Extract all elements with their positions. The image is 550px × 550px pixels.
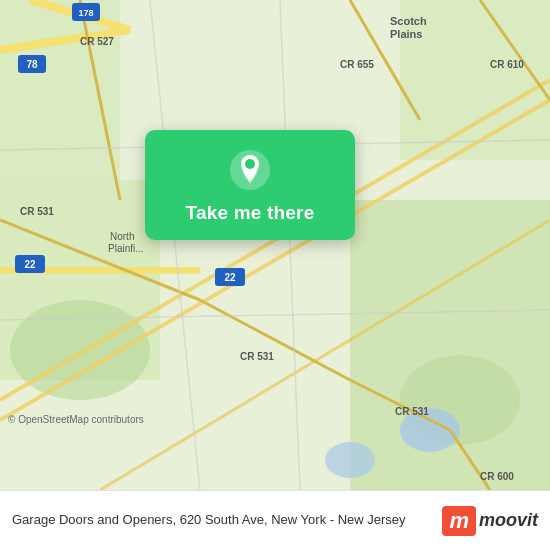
footer: Garage Doors and Openers, 620 South Ave,… bbox=[0, 490, 550, 550]
moovit-logo: m moovit bbox=[442, 506, 538, 536]
svg-text:Plains: Plains bbox=[390, 28, 422, 40]
svg-text:CR 531: CR 531 bbox=[240, 351, 274, 362]
svg-text:22: 22 bbox=[224, 272, 236, 283]
location-pin-icon bbox=[228, 148, 272, 192]
svg-text:CR 600: CR 600 bbox=[480, 471, 514, 482]
svg-rect-1 bbox=[0, 0, 120, 180]
svg-text:CR 527: CR 527 bbox=[80, 36, 114, 47]
take-me-there-button[interactable]: Take me there bbox=[186, 202, 315, 224]
svg-text:CR 610: CR 610 bbox=[490, 59, 524, 70]
svg-text:CR 531: CR 531 bbox=[395, 406, 429, 417]
map: 78 22 22 CR 527 CR 655 CR 610 CR 531 CR … bbox=[0, 0, 550, 490]
svg-text:CR 655: CR 655 bbox=[340, 59, 374, 70]
svg-rect-4 bbox=[350, 200, 550, 490]
svg-point-5 bbox=[10, 300, 150, 400]
svg-text:Scotch: Scotch bbox=[390, 15, 427, 27]
address-description: Garage Doors and Openers, 620 South Ave,… bbox=[12, 511, 432, 529]
svg-text:Plainfi...: Plainfi... bbox=[108, 243, 144, 254]
moovit-brand-text: moovit bbox=[479, 510, 538, 531]
cta-card[interactable]: Take me there bbox=[145, 130, 355, 240]
copyright-text: © OpenStreetMap contributors bbox=[8, 414, 144, 425]
svg-point-48 bbox=[245, 159, 255, 169]
svg-point-8 bbox=[325, 442, 375, 478]
svg-text:CR 531: CR 531 bbox=[20, 206, 54, 217]
svg-text:78: 78 bbox=[26, 59, 38, 70]
svg-text:North: North bbox=[110, 231, 134, 242]
svg-text:22: 22 bbox=[24, 259, 36, 270]
svg-text:178: 178 bbox=[78, 8, 93, 18]
moovit-m-letter: m bbox=[442, 506, 476, 536]
